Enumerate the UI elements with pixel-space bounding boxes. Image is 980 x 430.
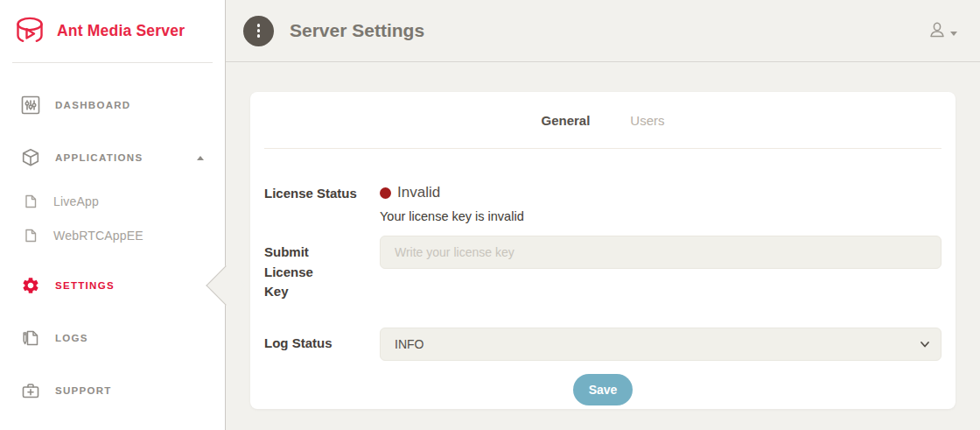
logs-icon: [21, 328, 40, 348]
top-bar: Server Settings: [226, 0, 980, 62]
sidebar-item-label: SUPPORT: [55, 385, 112, 396]
log-status-select-wrap: INFO: [380, 328, 942, 361]
license-key-row: Submit License Key: [264, 236, 942, 302]
sidebar-item-liveapp[interactable]: LiveApp: [0, 184, 225, 218]
user-menu[interactable]: [928, 21, 957, 40]
status-dot-icon: [380, 187, 391, 199]
brand-logo[interactable]: Ant Media Server: [0, 0, 225, 62]
chevron-down-icon: [950, 32, 957, 36]
main-area: Server Settings General Users License St…: [226, 0, 980, 430]
license-key-input[interactable]: [380, 236, 942, 269]
license-status-value-block: Invalid Your license key is invalid: [380, 184, 942, 223]
sidebar: Ant Media Server DASHBOARD: [0, 0, 226, 430]
ellipsis-dot: [257, 29, 261, 32]
log-status-row: Log Status INFO: [264, 328, 942, 361]
license-key-field-wrap: [380, 236, 942, 302]
page-menu-button[interactable]: [243, 16, 274, 46]
tab-bar: General Users: [264, 92, 942, 149]
log-status-label: Log Status: [264, 334, 380, 354]
sidebar-nav: DASHBOARD APPLICATIONS: [0, 63, 225, 417]
sidebar-item-label: WebRTCAppEE: [53, 229, 144, 243]
support-icon: [21, 381, 40, 400]
ant-media-logo-icon: [12, 14, 47, 49]
sidebar-item-applications[interactable]: APPLICATIONS: [0, 131, 225, 184]
sidebar-item-support[interactable]: SUPPORT: [0, 364, 225, 417]
save-row: Save: [264, 374, 942, 405]
sliders-icon: [21, 95, 40, 115]
content-area: General Users License Status Invalid You…: [226, 62, 980, 430]
sidebar-item-webrtcappee[interactable]: WebRTCAppEE: [0, 218, 225, 252]
ellipsis-dot: [257, 24, 261, 27]
settings-form: License Status Invalid Your license key …: [250, 184, 956, 405]
chevron-up-icon: [197, 156, 204, 160]
file-icon: [24, 194, 38, 208]
license-status-description: Your license key is invalid: [380, 209, 942, 223]
log-status-select[interactable]: INFO: [380, 328, 942, 361]
user-icon: [928, 21, 947, 40]
tab-general[interactable]: General: [541, 113, 590, 128]
page-title: Server Settings: [290, 20, 424, 41]
save-button[interactable]: Save: [573, 374, 634, 405]
sidebar-item-label: SETTINGS: [55, 280, 115, 291]
sidebar-item-logs[interactable]: LOGS: [0, 312, 225, 364]
sidebar-item-label: APPLICATIONS: [55, 152, 143, 163]
license-status-value: Invalid: [397, 184, 440, 201]
brand-name: Ant Media Server: [57, 22, 185, 40]
sidebar-item-label: DASHBOARD: [55, 100, 130, 110]
tab-users[interactable]: Users: [630, 113, 664, 128]
gear-icon: [21, 276, 40, 295]
sidebar-item-settings[interactable]: SETTINGS: [0, 259, 225, 312]
license-status-row: License Status Invalid Your license key …: [264, 184, 942, 223]
app-window: Ant Media Server DASHBOARD: [0, 0, 980, 430]
license-key-label: Submit License Key: [264, 236, 338, 302]
sidebar-item-dashboard[interactable]: DASHBOARD: [0, 79, 225, 131]
package-icon: [21, 148, 40, 167]
sidebar-item-label: LOGS: [55, 333, 88, 343]
file-icon: [24, 229, 38, 243]
sidebar-item-label: LiveApp: [53, 194, 99, 208]
ellipsis-dot: [257, 34, 261, 38]
license-status-label: License Status: [264, 184, 380, 223]
settings-card: General Users License Status Invalid You…: [250, 92, 956, 409]
